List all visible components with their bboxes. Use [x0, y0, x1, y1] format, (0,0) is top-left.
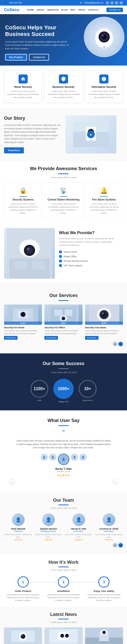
- testimonial-avatars: 👤 👤 👤 👤 👤: [4, 454, 123, 465]
- service-monitoring-title: Central Station Monitoring: [47, 198, 80, 201]
- success-subtitle: Lorem ipsum dolor sit amet: [4, 371, 123, 374]
- service-divider-1: [19, 196, 27, 197]
- service-card-fire: 🔔 Fire Alarm Systems Lorem ipsum dolor s…: [85, 183, 123, 219]
- what-provide-section: What We Provide? Lorem ipsum dolor sit a…: [0, 224, 127, 283]
- stat-item-happy: 1000+ Happy User: [53, 379, 74, 403]
- svg-point-43: [21, 635, 23, 636]
- success-title: Our Some Success: [4, 361, 123, 366]
- google-icon[interactable]: g: [119, 1, 123, 5]
- service-home-title: Security For Home: [4, 326, 42, 329]
- team-section: Our Team Lorem ipsum dolor sit amet 👤 ma…: [0, 493, 127, 555]
- provide-image-inner: [4, 228, 55, 279]
- how-works-divider: [58, 567, 69, 567]
- feature-business-desc: Lorem ipsum dolor sit amet consectetur a…: [47, 90, 80, 99]
- team-next-button[interactable]: ›: [118, 543, 123, 548]
- testimonials-divider: [58, 425, 69, 426]
- nav-about[interactable]: ABOUT: [36, 9, 44, 11]
- services-prev-button[interactable]: ‹: [113, 342, 117, 346]
- nav-price[interactable]: PRICE: [78, 9, 85, 11]
- service-home-desc: Lorem ipsum dolor sit amet consectetur a…: [4, 330, 42, 335]
- feature-home-title: Home Security: [7, 86, 39, 88]
- how-works-title: How It's Work: [4, 560, 123, 565]
- check-icon-2: ✓: [59, 255, 62, 258]
- nav-why[interactable]: WHY: [70, 9, 76, 11]
- news-img-1: [4, 628, 42, 644]
- facebook-icon[interactable]: f: [106, 1, 109, 5]
- service-item-office: Office Security For Office Lorem ipsum d…: [44, 305, 82, 340]
- awesome-services-subtitle: Lorem ipsum dolor sit amet: [4, 176, 123, 179]
- team-avatar-2: 👤: [42, 513, 55, 526]
- hero-contact-button[interactable]: Contact Us: [29, 54, 49, 61]
- hero-camera-graphic: [84, 17, 124, 57]
- hero-title: CoSecu Helps Your Business Succeed: [5, 24, 69, 38]
- hero-buy-button[interactable]: Buy Product: [5, 54, 27, 61]
- testimonials-section: What User Say " Lorem ipsum dolor sit am…: [0, 410, 127, 493]
- service-office-title: Security For Office: [44, 326, 82, 329]
- team-name-3: Harvey R. Hale: [65, 528, 93, 530]
- testimonial-prev-button[interactable]: ‹: [9, 479, 15, 485]
- service-thumb-brain: Brain: [85, 305, 123, 325]
- feature-business-title: Business Security: [47, 86, 80, 88]
- team-card-3: 👤 Harvey R. Hale Staff Officer Lorem Pro…: [65, 513, 93, 541]
- service-home-read-more[interactable]: Read More: [4, 336, 18, 340]
- service-brain-read-more[interactable]: Read More: [85, 336, 99, 340]
- nav-services[interactable]: SERVICES: [47, 9, 58, 11]
- provide-item-2: ✓ Always Office: [59, 254, 119, 259]
- svg-point-47: [60, 634, 64, 638]
- team-avatar-4: 👤: [103, 513, 115, 526]
- provide-item-1-label: Always Home: [64, 251, 77, 253]
- provide-list: ✓ Always Home ✓ Always Office ✓ Remote S…: [59, 250, 119, 268]
- twitter-icon[interactable]: t: [110, 1, 114, 5]
- svg-point-42: [21, 634, 25, 639]
- team-role-1: Salesman: [4, 530, 32, 532]
- security-systems-icon: 🔒: [7, 187, 39, 194]
- email-address: coltran@gmail.com: [84, 2, 104, 4]
- step-title-2: Installation: [44, 590, 82, 592]
- svg-rect-14: [89, 139, 93, 141]
- services-next-button[interactable]: ›: [118, 342, 123, 346]
- nav-cta-button[interactable]: Contact Us: [106, 8, 123, 12]
- avatar-right-2: 👤: [80, 454, 87, 461]
- hero-content: CoSecu Helps Your Business Succeed Lorem…: [5, 24, 69, 61]
- testimonial-nav: ‹ ›: [4, 479, 123, 485]
- service-item-brain: Brain Security Your Brain Lorem ipsum do…: [85, 305, 123, 340]
- team-grid: 👤 mark Hatchett Salesman Lorem Proin ult…: [4, 513, 123, 541]
- success-divider: [58, 368, 69, 369]
- team-role-4: Staff Officer: [95, 530, 123, 532]
- story-read-more-button[interactable]: Read More: [4, 147, 24, 153]
- svg-point-19: [27, 248, 29, 250]
- service-thumb-office: Office: [44, 305, 82, 325]
- service-card-security-systems: 🔒 Security Systems Lorem ipsum dolor sit…: [4, 183, 42, 219]
- check-icon-4: ✓: [59, 264, 62, 267]
- step-title-1: Order Product: [4, 590, 42, 592]
- nav-contact[interactable]: CONTACT: [88, 9, 99, 11]
- check-icon-3: ✓: [59, 259, 62, 263]
- linkedin-icon[interactable]: in: [115, 1, 118, 5]
- nav-blog[interactable]: BLOG: [61, 9, 68, 11]
- avatar-left-1: 👤: [41, 454, 48, 461]
- avatar-main: 👤: [58, 454, 69, 465]
- team-stars-1: ★★★★: [4, 538, 32, 541]
- team-prev-button[interactable]: ‹: [113, 543, 117, 548]
- step-desc-1: Lorem ipsum dolor sit amet consectetur a…: [4, 593, 42, 602]
- news-img-svg-1: [4, 628, 42, 644]
- stat-circle-experience: 10+: [79, 380, 97, 398]
- thumb-brain-text: Brain: [102, 322, 106, 324]
- nav-links: HOME ABOUT SERVICES BLOG WHY PRICE CONTA…: [27, 9, 99, 11]
- avatar-left-2: 👤: [49, 454, 56, 461]
- service-office-read-more[interactable]: Read More: [44, 336, 58, 340]
- thumb-brain-label: Brain: [85, 321, 123, 325]
- team-subtitle: Lorem ipsum dolor sit amet: [4, 507, 123, 509]
- service-brain-desc: Lorem ipsum dolor sit amet consectetur a…: [85, 330, 123, 335]
- story-image: ▶: [66, 115, 123, 153]
- news-img-svg-2: [44, 628, 82, 644]
- feature-card-info: Information Security Lorem ipsum dolor s…: [85, 71, 123, 103]
- team-role-2: Managing Director: [34, 530, 62, 532]
- services-divider: [58, 300, 69, 301]
- stat-number-experience: 10+: [84, 387, 91, 391]
- stat-number-happy: 1000+: [58, 387, 69, 391]
- testimonial-next-button[interactable]: ›: [112, 479, 118, 485]
- step-number-3: 3: [98, 576, 109, 588]
- service-office-desc: Lorem ipsum dolor sit amet consectetur a…: [44, 330, 82, 335]
- nav-home[interactable]: HOME: [27, 9, 34, 11]
